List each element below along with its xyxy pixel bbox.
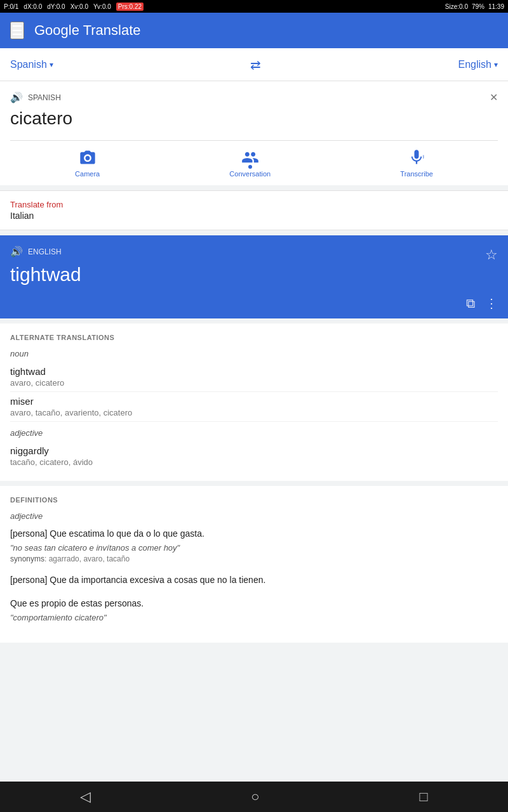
target-language-label: English: [458, 59, 491, 70]
status-bar: P:0/1 dX:0.0 dY:0.0 Xv:0.0 Yv:0.0 Prs:0.…: [0, 0, 508, 13]
conversation-icon-wrapper: [241, 148, 259, 167]
result-language-display: ENGLISH: [28, 247, 62, 256]
input-lang-label-row: 🔊 SPANISH ✕: [10, 91, 498, 103]
definition-item-3: Que es propio de estas personas. "compor…: [10, 597, 498, 622]
status-xv: Xv:0.0: [70, 3, 88, 10]
more-options-button[interactable]: ⋮: [485, 296, 498, 311]
alt-noun-pos-label: noun: [10, 349, 498, 358]
swap-languages-button[interactable]: ⇄: [250, 57, 261, 72]
result-card: 🔊 ENGLISH ☆ tightwad ⧉ ⋮: [0, 235, 508, 318]
conversation-button[interactable]: Conversation: [229, 148, 271, 178]
alt-sub-niggardly: tacaño, cicatero, ávido: [10, 457, 498, 467]
alt-main-miser: miser: [10, 396, 498, 407]
app-title-google: Google: [34, 22, 79, 38]
status-prs: Prs:0.22: [116, 3, 144, 11]
definition-text-2: [persona] Que da importancia excesiva a …: [10, 573, 498, 587]
result-top-row: 🔊 ENGLISH ☆: [10, 246, 498, 264]
alternate-translations-section: ALTERNATE TRANSLATIONS noun tightwad ava…: [0, 324, 508, 481]
definition-text-1: [persona] Que escatima lo que da o lo qu…: [10, 527, 498, 540]
definition-example-3: "comportamiento cicatero": [10, 613, 498, 622]
menu-button[interactable]: ☰: [10, 22, 24, 39]
definition-item-1: [persona] Que escatima lo que da o lo qu…: [10, 527, 498, 563]
navigation-bar: ◁ ○ □: [0, 782, 508, 812]
definition-synonyms-1: synonyms: agarrado, avaro, tacaño: [10, 554, 498, 563]
copy-button[interactable]: ⧉: [466, 296, 475, 311]
target-language-button[interactable]: English ▾: [458, 59, 498, 70]
status-p: P:0/1: [4, 3, 18, 10]
status-dx: dX:0.0: [23, 3, 42, 10]
camera-button[interactable]: Camera: [75, 148, 100, 178]
result-text-display: tightwad: [10, 264, 498, 296]
input-text-display[interactable]: cicatero: [10, 108, 498, 140]
input-close-button[interactable]: ✕: [490, 91, 498, 103]
transcribe-label: Transcribe: [400, 170, 433, 178]
list-item: tightwad avaro, cicatero: [10, 362, 498, 392]
status-bar-right: Size:0.0 79% 11:39: [445, 3, 504, 10]
alt-sub-miser: avaro, tacaño, avariento, cicatero: [10, 408, 498, 417]
status-time: 11:39: [488, 3, 504, 10]
definition-item-2: [persona] Que da importancia excesiva a …: [10, 573, 498, 587]
translate-from-card[interactable]: Translate from Italian: [0, 190, 508, 230]
input-language-display: SPANISH: [28, 93, 61, 102]
definitions-section: DEFINITIONS adjective [persona] Que esca…: [0, 486, 508, 643]
list-item: miser avaro, tacaño, avariento, cicatero: [10, 392, 498, 422]
alt-main-tightwad: tightwad: [10, 366, 498, 377]
result-speaker-button[interactable]: 🔊: [10, 246, 23, 258]
transcribe-icon: [408, 148, 425, 167]
recents-button[interactable]: □: [404, 783, 443, 810]
input-area: 🔊 SPANISH ✕ cicatero Camera Conversation: [0, 81, 508, 185]
alt-translations-title: ALTERNATE TRANSLATIONS: [10, 334, 498, 341]
list-item: niggardly tacaño, cicatero, ávido: [10, 442, 498, 471]
definition-example-1: "no seas tan cicatero e invítanos a come…: [10, 543, 498, 553]
app-bar: ☰ Google Translate: [0, 13, 508, 48]
source-language-arrow-icon: ▾: [50, 60, 53, 69]
definitions-pos-label: adjective: [10, 511, 498, 521]
home-button[interactable]: ○: [236, 783, 274, 810]
translate-from-label: Translate from: [10, 200, 498, 209]
app-title-translate: Translate: [79, 22, 141, 38]
target-language-arrow-icon: ▾: [494, 60, 498, 69]
alt-main-niggardly: niggardly: [10, 445, 498, 456]
result-lang-label-row: 🔊 ENGLISH: [10, 246, 62, 258]
status-battery: 79%: [472, 3, 485, 10]
alt-adjective-pos-label: adjective: [10, 428, 498, 438]
conversation-dot-indicator: [248, 165, 252, 169]
conversation-label: Conversation: [229, 170, 271, 178]
source-language-label: Spanish: [10, 59, 47, 70]
input-speaker-button[interactable]: 🔊: [10, 91, 23, 103]
definitions-title: DEFINITIONS: [10, 496, 498, 504]
language-bar: Spanish ▾ ⇄ English ▾: [0, 48, 508, 81]
input-actions-bar: Camera Conversation Transcribe: [10, 140, 498, 185]
result-actions-bar: ⧉ ⋮: [10, 296, 498, 311]
camera-icon: [79, 148, 97, 167]
app-title: Google Translate: [34, 22, 141, 39]
status-dy: dY:0.0: [47, 3, 65, 10]
status-bar-left: P:0/1 dX:0.0 dY:0.0 Xv:0.0 Yv:0.0 Prs:0.…: [4, 3, 144, 11]
status-size: Size:0.0: [445, 3, 468, 10]
star-button[interactable]: ☆: [485, 247, 498, 263]
alt-sub-tightwad: avaro, cicatero: [10, 378, 498, 388]
status-yv: Yv:0.0: [93, 3, 111, 10]
back-button[interactable]: ◁: [65, 783, 106, 810]
translate-from-value: Italian: [10, 211, 498, 221]
definition-text-3: Que es propio de estas personas.: [10, 597, 498, 610]
source-language-button[interactable]: Spanish ▾: [10, 59, 53, 70]
transcribe-button[interactable]: Transcribe: [400, 148, 433, 178]
camera-label: Camera: [75, 170, 100, 178]
